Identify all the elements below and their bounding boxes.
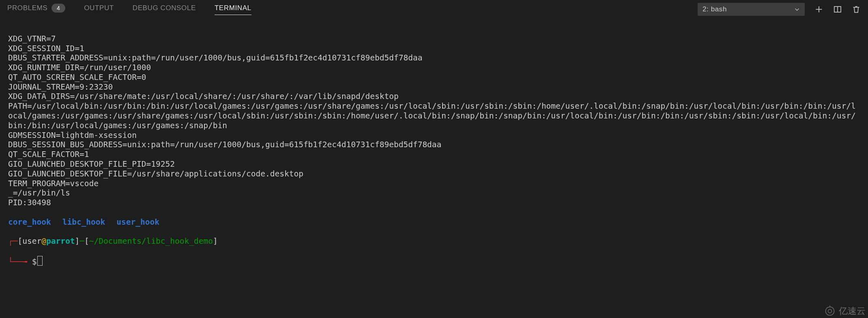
- terminal-selector[interactable]: 2: bash: [698, 3, 805, 16]
- problems-badge: 4: [52, 4, 65, 13]
- watermark-text: 亿速云: [839, 305, 866, 317]
- terminal-env-line: TERM_PROGRAM=vscode: [8, 179, 860, 189]
- tab-problems[interactable]: PROBLEMS 4: [7, 4, 65, 15]
- terminal-env-line: XDG_VTNR=7: [8, 34, 860, 44]
- terminal-env-line: DBUS_STARTER_ADDRESS=unix:path=/run/user…: [8, 53, 860, 63]
- terminal-dir-entry: user_hook: [116, 217, 159, 227]
- tab-terminal[interactable]: TERMINAL: [215, 4, 251, 15]
- terminal-env-line: JOURNAL_STREAM=9:23230: [8, 82, 860, 92]
- terminal-selector-value: 2: bash: [703, 5, 727, 13]
- svg-point-5: [826, 307, 834, 316]
- terminal-env-line: PATH=/usr/local/bin:/usr/bin:/bin:/usr/l…: [8, 101, 860, 130]
- split-terminal-button[interactable]: [833, 5, 842, 14]
- tab-output[interactable]: OUTPUT: [84, 4, 114, 15]
- tab-debug-console[interactable]: DEBUG CONSOLE: [133, 4, 196, 15]
- terminal-env-line: QT_SCALE_FACTOR=1: [8, 150, 860, 159]
- terminal-env-line: GIO_LAUNCHED_DESKTOP_FILE=/usr/share/app…: [8, 169, 860, 179]
- terminal-env-line: GDMSESSION=lightdm-xsession: [8, 131, 860, 140]
- terminal-env-line: PID:30498: [8, 198, 860, 208]
- terminal-env-block: XDG_VTNR=7XDG_SESSION_ID=1DBUS_STARTER_A…: [8, 34, 860, 208]
- watermark: 亿速云: [824, 305, 866, 317]
- tab-output-label: OUTPUT: [84, 4, 114, 12]
- terminal-env-line: QT_AUTO_SCREEN_SCALE_FACTOR=0: [8, 73, 860, 82]
- terminal-env-line: _=/usr/bin/ls: [8, 188, 860, 198]
- terminal-dir-entry: core_hook: [8, 217, 51, 227]
- terminal-cursor: [37, 256, 43, 266]
- terminal-prompt-line1: ┌─[user@parrot]─[~/Documents/libc_hook_d…: [8, 236, 860, 246]
- terminal-env-line: GIO_LAUNCHED_DESKTOP_FILE_PID=19252: [8, 159, 860, 169]
- new-terminal-button[interactable]: [814, 5, 823, 14]
- tab-problems-label: PROBLEMS: [7, 4, 47, 12]
- terminal-right-controls: 2: bash: [698, 3, 861, 16]
- svg-point-6: [828, 309, 832, 313]
- terminal-dir-entry: libc_hook: [62, 217, 105, 227]
- terminal-env-line: XDG_SESSION_ID=1: [8, 44, 860, 54]
- terminal-prompt-line2[interactable]: └──╼ $: [8, 256, 860, 267]
- chevron-down-icon: [794, 6, 800, 12]
- terminal-dir-list: core_hooklibc_hookuser_hook: [8, 217, 860, 227]
- tab-debug-console-label: DEBUG CONSOLE: [133, 4, 196, 12]
- terminal-env-line: DBUS_SESSION_BUS_ADDRESS=unix:path=/run/…: [8, 140, 860, 150]
- terminal-output[interactable]: XDG_VTNR=7XDG_SESSION_ID=1DBUS_STARTER_A…: [0, 19, 868, 276]
- terminal-env-line: XDG_DATA_DIRS=/usr/share/mate:/usr/local…: [8, 92, 860, 101]
- kill-terminal-button[interactable]: [852, 5, 861, 14]
- terminal-env-line: XDG_RUNTIME_DIR=/run/user/1000: [8, 63, 860, 73]
- tab-terminal-label: TERMINAL: [215, 4, 251, 12]
- panel-tab-bar: PROBLEMS 4 OUTPUT DEBUG CONSOLE TERMINAL…: [0, 0, 868, 19]
